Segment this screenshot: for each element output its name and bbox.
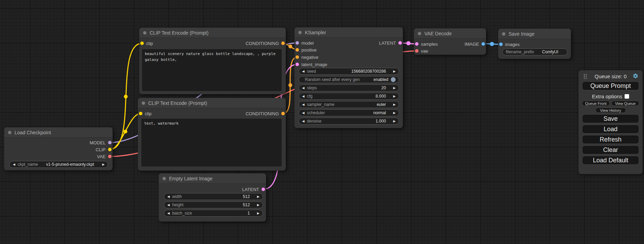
extra-options-checkbox[interactable] <box>625 94 629 99</box>
port-row: vae <box>414 47 486 54</box>
node-vae-decode[interactable]: VAE Decode samples IMAGE vae <box>414 28 486 55</box>
widget-value: enabled <box>373 77 388 82</box>
collapse-dot-icon[interactable] <box>418 32 421 35</box>
view-queue-button[interactable]: View Queue <box>611 101 639 106</box>
input-label: clip <box>146 41 153 46</box>
collapse-dot-icon[interactable] <box>142 101 145 105</box>
node-title-bar[interactable]: VAE Decode <box>414 28 486 39</box>
widget-steps[interactable]: ◀ steps 20 ▶ <box>299 84 399 91</box>
node-clip-text-encode-negative[interactable]: CLIP Text Encode (Prompt) clip CONDITION… <box>138 98 286 171</box>
input-port-model[interactable] <box>295 41 299 45</box>
node-load-checkpoint[interactable]: Load Checkpoint MODEL CLIP VAE ◀ ckpt_na… <box>4 127 113 170</box>
output-port-latent[interactable] <box>398 41 402 45</box>
prompt-textarea[interactable]: text, watermark <box>141 119 282 166</box>
decrement-arrow-icon[interactable]: ◀ <box>167 212 170 215</box>
input-label: model <box>301 40 314 46</box>
drag-handle-icon[interactable] <box>583 74 587 79</box>
increment-arrow-icon[interactable]: ▶ <box>393 95 396 98</box>
queue-prompt-button[interactable]: Queue Prompt <box>582 81 639 90</box>
increment-arrow-icon[interactable]: ▶ <box>393 120 396 123</box>
output-label: LATENT <box>242 187 259 192</box>
node-title-bar[interactable]: CLIP Text Encode (Prompt) <box>139 28 286 38</box>
output-label: IMAGE <box>465 42 479 47</box>
widget-seed[interactable]: ◀ seed 156680208700286 ▶ <box>299 68 399 75</box>
decrement-arrow-icon[interactable]: ◀ <box>302 103 305 106</box>
widget-height[interactable]: ◀ height 512 ▶ <box>164 201 263 208</box>
increment-arrow-icon[interactable]: ▶ <box>102 163 105 166</box>
output-port-clip[interactable] <box>108 148 112 151</box>
decrement-arrow-icon[interactable]: ◀ <box>302 70 305 73</box>
input-port-latent-image[interactable] <box>295 63 299 66</box>
view-history-button[interactable]: View History <box>596 108 626 113</box>
widget-cfg[interactable]: ◀ cfg 8.000 ▶ <box>299 93 399 100</box>
increment-arrow-icon[interactable]: ▶ <box>393 111 396 115</box>
input-port-negative[interactable] <box>295 55 299 59</box>
increment-arrow-icon[interactable]: ▶ <box>257 204 259 207</box>
output-port-latent[interactable] <box>262 188 265 191</box>
refresh-button[interactable]: Refresh <box>582 135 639 144</box>
input-port-clip[interactable] <box>139 112 142 115</box>
output-port-conditioning[interactable] <box>281 112 285 115</box>
port-row: CLIP <box>4 146 113 153</box>
node-title-bar[interactable]: KSampler <box>294 27 403 38</box>
node-title-bar[interactable]: Load Checkpoint <box>4 127 113 138</box>
node-clip-text-encode-positive[interactable]: CLIP Text Encode (Prompt) clip CONDITION… <box>139 28 286 94</box>
widget-random-seed-toggle[interactable]: Random seed after every gen enabled <box>299 76 399 83</box>
output-port-vae[interactable] <box>108 155 112 158</box>
decrement-arrow-icon[interactable]: ◀ <box>302 120 305 123</box>
widget-label: batch_size <box>172 211 192 216</box>
input-port-vae[interactable] <box>415 49 418 53</box>
node-graph-canvas[interactable]: Load Checkpoint MODEL CLIP VAE ◀ ckpt_na… <box>0 0 644 244</box>
load-default-button[interactable]: Load Default <box>582 156 639 165</box>
link-midpoint-dot <box>490 42 494 46</box>
output-port-image[interactable] <box>482 42 485 46</box>
increment-arrow-icon[interactable]: ▶ <box>257 212 259 215</box>
input-port-clip[interactable] <box>140 42 144 45</box>
increment-arrow-icon[interactable]: ▶ <box>393 87 396 90</box>
output-label: VAE <box>97 154 106 159</box>
input-port-samples[interactable] <box>415 42 418 46</box>
node-save-image[interactable]: Save Image images filename_prefix ComfyU… <box>498 29 571 59</box>
collapse-dot-icon[interactable] <box>143 31 147 35</box>
node-empty-latent-image[interactable]: Empty Latent Image LATENT ◀ width 512 ▶ … <box>159 173 266 222</box>
widget-sampler-name[interactable]: ◀ sampler_name euler ▶ <box>299 101 399 108</box>
port-row: images <box>498 41 571 48</box>
node-title-bar[interactable]: Save Image <box>498 29 571 39</box>
decrement-arrow-icon[interactable]: ◀ <box>167 204 170 207</box>
decrement-arrow-icon[interactable]: ◀ <box>302 95 305 98</box>
node-ksampler[interactable]: KSampler model LATENT positive negative … <box>294 27 403 128</box>
decrement-arrow-icon[interactable]: ◀ <box>13 163 15 166</box>
node-title-label: KSampler <box>305 30 326 35</box>
increment-arrow-icon[interactable]: ▶ <box>257 195 259 198</box>
decrement-arrow-icon[interactable]: ◀ <box>167 195 170 198</box>
toggle-circle-icon[interactable] <box>391 77 396 82</box>
queue-size-label: Queue size: 0 <box>594 73 627 79</box>
widget-width[interactable]: ◀ width 512 ▶ <box>164 193 263 200</box>
save-button[interactable]: Save <box>582 114 639 123</box>
input-port-positive[interactable] <box>295 48 299 52</box>
increment-arrow-icon[interactable]: ▶ <box>393 103 396 106</box>
widget-batch-size[interactable]: ◀ batch_size 1 ▶ <box>164 210 263 217</box>
node-title-bar[interactable]: CLIP Text Encode (Prompt) <box>138 98 286 108</box>
input-port-images[interactable] <box>499 43 503 46</box>
clear-button[interactable]: Clear <box>582 145 639 154</box>
gear-icon[interactable] <box>633 73 638 79</box>
widget-scheduler[interactable]: ◀ scheduler normal ▶ <box>299 109 399 116</box>
prompt-textarea[interactable]: beautiful scenery nature glass bottle la… <box>142 49 282 91</box>
load-button[interactable]: Load <box>582 125 639 134</box>
decrement-arrow-icon[interactable]: ◀ <box>302 111 305 115</box>
node-title-bar[interactable]: Empty Latent Image <box>159 173 266 184</box>
collapse-dot-icon[interactable] <box>298 31 302 34</box>
widget-ckpt-name[interactable]: ◀ ckpt_name v1-5-pruned-emaonly.ckpt ▶ <box>9 161 108 168</box>
collapse-dot-icon[interactable] <box>502 32 505 36</box>
decrement-arrow-icon[interactable]: ◀ <box>302 87 305 90</box>
widget-denoise[interactable]: ◀ denoise 1.000 ▶ <box>299 118 399 125</box>
output-port-model[interactable] <box>108 141 112 144</box>
queue-front-button[interactable]: Queue Front <box>582 101 610 106</box>
output-port-conditioning[interactable] <box>281 42 285 45</box>
widget-filename-prefix[interactable]: filename_prefix ComfyUI <box>502 48 567 55</box>
collapse-dot-icon[interactable] <box>8 131 11 134</box>
increment-arrow-icon[interactable]: ▶ <box>393 70 396 73</box>
collapse-dot-icon[interactable] <box>162 177 166 180</box>
output-label: CONDITIONING <box>246 111 279 116</box>
